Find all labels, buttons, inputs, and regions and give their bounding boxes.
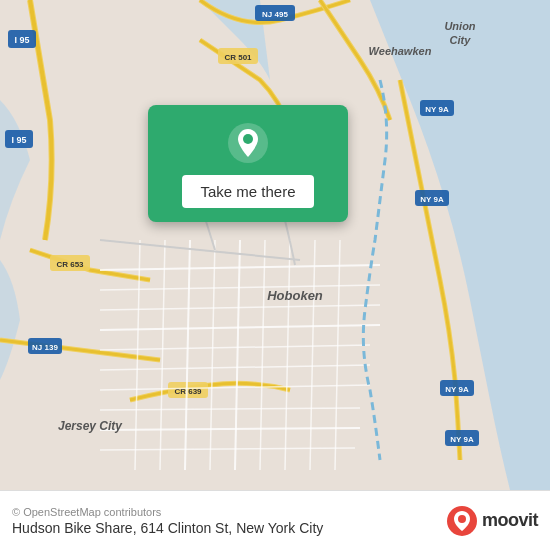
footer-left: © OpenStreetMap contributors Hudson Bike… — [12, 506, 323, 536]
take-me-there-button[interactable]: Take me there — [182, 175, 313, 208]
svg-text:NJ 495: NJ 495 — [262, 10, 288, 19]
svg-point-48 — [243, 134, 253, 144]
location-popup: Take me there — [148, 105, 348, 222]
svg-text:City: City — [450, 34, 472, 46]
svg-text:Jersey City: Jersey City — [58, 419, 123, 433]
svg-text:NY 9A: NY 9A — [450, 435, 474, 444]
svg-text:CR 653: CR 653 — [56, 260, 84, 269]
map-container: I 95 I 95 NJ 495 CR 501 NY 9A NY 9A NY 9… — [0, 0, 550, 490]
svg-text:I 95: I 95 — [14, 35, 29, 45]
svg-text:Weehawken: Weehawken — [369, 45, 432, 57]
svg-text:NJ 139: NJ 139 — [32, 343, 58, 352]
location-pin-icon — [226, 121, 270, 165]
svg-text:NY 9A: NY 9A — [445, 385, 469, 394]
footer-location: Hudson Bike Share, 614 Clinton St, New Y… — [12, 520, 323, 536]
footer-attribution: © OpenStreetMap contributors — [12, 506, 323, 518]
moovit-brand-icon — [446, 505, 478, 537]
svg-point-50 — [458, 515, 466, 523]
moovit-logo: moovit — [446, 505, 538, 537]
footer-bar: © OpenStreetMap contributors Hudson Bike… — [0, 490, 550, 550]
svg-text:I 95: I 95 — [11, 135, 26, 145]
svg-text:NY 9A: NY 9A — [420, 195, 444, 204]
svg-text:NY 9A: NY 9A — [425, 105, 449, 114]
moovit-brand-text: moovit — [482, 510, 538, 531]
svg-text:Hoboken: Hoboken — [267, 288, 323, 303]
svg-text:Union: Union — [444, 20, 475, 32]
svg-text:CR 501: CR 501 — [224, 53, 252, 62]
